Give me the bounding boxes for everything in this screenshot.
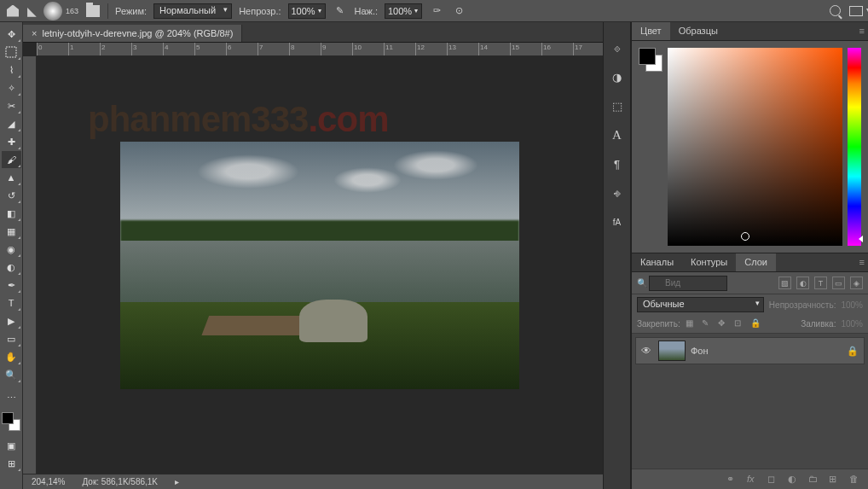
filter-smart-icon[interactable]: ◈ bbox=[850, 277, 863, 289]
workspace-icon[interactable]: ▾ bbox=[849, 6, 863, 16]
zoom-tool[interactable]: 🔍 bbox=[2, 366, 21, 383]
libraries-panel-icon[interactable]: ⬚ bbox=[609, 97, 626, 114]
link-layers-icon[interactable]: ⚭ bbox=[726, 474, 738, 486]
fill-value[interactable]: 100% bbox=[841, 319, 863, 329]
photo-image bbox=[120, 142, 519, 389]
layer-opacity-value[interactable]: 100% bbox=[841, 300, 863, 310]
tab-layers[interactable]: Слои bbox=[736, 253, 776, 271]
move-tool[interactable]: ✥ bbox=[2, 26, 21, 43]
delete-layer-icon[interactable]: 🗑 bbox=[849, 474, 861, 486]
document-tab[interactable]: × letniy-otdyih-v-derevne.jpg @ 204% (RG… bbox=[23, 25, 242, 42]
eyedropper-tool[interactable]: ◢ bbox=[2, 115, 21, 132]
foreground-background-swatch[interactable] bbox=[639, 48, 663, 72]
options-bar: ◣ 163 Режим: Нормальный Непрозр.: 100% ✎… bbox=[0, 0, 868, 22]
panel-menu-icon[interactable]: ≡ bbox=[859, 26, 865, 36]
type-tool[interactable]: T bbox=[2, 294, 21, 311]
main-area: ✥ ⌇ ✧ ✂ ◢ ✚ 🖌 ▲ ↺ ◧ ▦ ◉ ◐ ✒ T ▶ ▭ ✋ 🔍 ⋯ … bbox=[0, 22, 868, 489]
layer-name[interactable]: Фон bbox=[691, 346, 709, 356]
paragraph-panel-icon[interactable]: ¶ bbox=[609, 155, 626, 172]
right-panels: Цвет Образцы ≡ Каналы Контуры Слои ≡ 🔍 ▧ bbox=[631, 22, 868, 489]
crop-tool[interactable]: ✂ bbox=[2, 97, 21, 114]
tab-color[interactable]: Цвет bbox=[632, 22, 670, 40]
hue-slider[interactable] bbox=[848, 48, 861, 246]
lock-all-icon[interactable]: 🔒 bbox=[750, 318, 761, 329]
home-icon[interactable] bbox=[5, 3, 20, 19]
layer-thumbnail[interactable] bbox=[658, 341, 686, 361]
filter-adjust-icon[interactable]: ◐ bbox=[796, 277, 809, 289]
airbrush-icon[interactable]: ✑ bbox=[429, 3, 444, 19]
vertical-ruler[interactable] bbox=[23, 56, 37, 474]
lasso-tool[interactable]: ⌇ bbox=[2, 61, 21, 79]
close-tab-icon[interactable]: × bbox=[32, 28, 37, 38]
tools-palette: ✥ ⌇ ✧ ✂ ◢ ✚ 🖌 ▲ ↺ ◧ ▦ ◉ ◐ ✒ T ▶ ▭ ✋ 🔍 ⋯ … bbox=[0, 22, 23, 489]
flow-input[interactable]: 100% bbox=[385, 3, 422, 19]
tab-swatches[interactable]: Образцы bbox=[670, 22, 726, 40]
tab-paths[interactable]: Контуры bbox=[682, 253, 736, 271]
dodge-tool[interactable]: ◐ bbox=[2, 259, 21, 276]
blend-mode-label: Режим: bbox=[115, 6, 147, 16]
search-icon[interactable] bbox=[830, 5, 841, 16]
stamp-tool[interactable]: ▲ bbox=[2, 169, 21, 186]
eraser-tool[interactable]: ◧ bbox=[2, 205, 21, 222]
pressure-opacity-icon[interactable]: ✎ bbox=[333, 3, 348, 19]
layer-style-icon[interactable]: fx bbox=[747, 474, 759, 486]
styles-panel-icon[interactable]: fA bbox=[609, 213, 626, 230]
glyphs-panel-icon[interactable]: ⎆ bbox=[609, 184, 626, 201]
canvas[interactable]: phanmem333.com bbox=[37, 56, 603, 474]
adjustment-layer-icon[interactable]: ◐ bbox=[788, 474, 800, 486]
edit-toolbar-icon[interactable]: ⋯ bbox=[2, 389, 21, 406]
layers-panel-group: Каналы Контуры Слои ≡ 🔍 ▧ ◐ T ▭ ◈ Обычны… bbox=[632, 253, 868, 489]
layer-mask-icon[interactable]: ◻ bbox=[767, 474, 779, 486]
brush-panel-icon[interactable] bbox=[85, 3, 101, 19]
brush-preview-icon[interactable] bbox=[43, 2, 62, 20]
group-icon[interactable]: 🗀 bbox=[808, 474, 820, 486]
pressure-size-icon[interactable]: ⊙ bbox=[451, 3, 466, 19]
blur-tool[interactable]: ◉ bbox=[2, 241, 21, 258]
zoom-level[interactable]: 204,14% bbox=[32, 477, 65, 486]
pen-tool[interactable]: ✒ bbox=[2, 277, 21, 294]
filter-shape-icon[interactable]: ▭ bbox=[832, 277, 845, 289]
new-layer-icon[interactable]: ⊞ bbox=[829, 474, 841, 486]
history-brush-tool[interactable]: ↺ bbox=[2, 187, 21, 204]
separator bbox=[107, 3, 108, 19]
hand-tool[interactable]: ✋ bbox=[2, 348, 21, 365]
lock-paint-icon[interactable]: ✎ bbox=[702, 318, 713, 329]
filter-pixel-icon[interactable]: ▧ bbox=[778, 277, 791, 289]
lock-pixels-icon[interactable]: ▦ bbox=[686, 318, 697, 329]
tab-channels[interactable]: Каналы bbox=[632, 253, 682, 271]
character-panel-icon[interactable]: A bbox=[609, 126, 626, 143]
layer-row[interactable]: 👁 Фон 🔒 bbox=[635, 337, 865, 364]
shape-tool[interactable]: ▭ bbox=[2, 330, 21, 347]
layers-footer: ⚭ fx ◻ ◐ 🗀 ⊞ 🗑 bbox=[632, 469, 868, 489]
brush-tool[interactable]: 🖌 bbox=[2, 151, 21, 168]
opacity-label: Непрозр.: bbox=[239, 6, 281, 16]
quickmask-icon[interactable]: ▣ bbox=[2, 437, 21, 454]
panel-menu-icon[interactable]: ≡ bbox=[859, 257, 865, 267]
wand-tool[interactable]: ✧ bbox=[2, 79, 21, 96]
screenmode-icon[interactable]: ⊞ bbox=[2, 455, 21, 472]
layer-filter-input[interactable] bbox=[649, 276, 727, 291]
opacity-input[interactable]: 100% bbox=[288, 3, 326, 19]
blend-mode-select[interactable]: Нормальный bbox=[153, 3, 232, 19]
doc-size[interactable]: Док: 586,1K/586,1K bbox=[82, 477, 158, 486]
healing-tool[interactable]: ✚ bbox=[2, 133, 21, 150]
visibility-icon[interactable]: 👁 bbox=[641, 345, 653, 357]
horizontal-ruler[interactable]: 01234567891011121314151617 bbox=[37, 43, 603, 56]
adjustments-panel-icon[interactable]: ◑ bbox=[609, 68, 626, 85]
status-arrow-icon[interactable]: ▸ bbox=[175, 477, 179, 486]
color-panel-tabs: Цвет Образцы ≡ bbox=[632, 22, 868, 41]
color-field[interactable] bbox=[668, 48, 842, 246]
layer-list: 👁 Фон 🔒 bbox=[632, 334, 868, 469]
filter-type-icon[interactable]: T bbox=[814, 277, 827, 289]
layer-blend-select[interactable]: Обычные bbox=[637, 297, 764, 312]
gradient-tool[interactable]: ▦ bbox=[2, 223, 21, 240]
tool-preset-icon[interactable]: ◣ bbox=[27, 4, 37, 18]
fill-label: Заливка: bbox=[801, 319, 836, 329]
lock-position-icon[interactable]: ✥ bbox=[718, 318, 729, 329]
history-panel-icon[interactable]: ⟐ bbox=[609, 39, 626, 56]
lock-artboard-icon[interactable]: ⊡ bbox=[734, 318, 745, 329]
path-select-tool[interactable]: ▶ bbox=[2, 312, 21, 329]
color-swatches[interactable] bbox=[2, 412, 20, 431]
marquee-tool[interactable] bbox=[2, 44, 21, 61]
search-small-icon: 🔍 bbox=[637, 278, 647, 288]
